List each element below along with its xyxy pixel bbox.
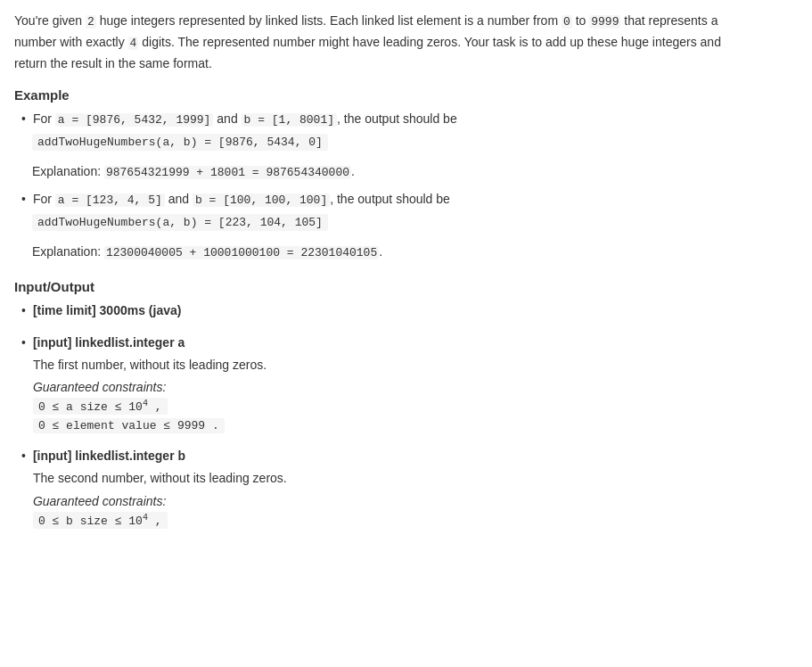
example-1-and: and	[213, 111, 241, 126]
example-2-suffix: , the output should be	[330, 192, 450, 206]
io-item-1: • [input] linkedlist.integer a The first…	[14, 335, 798, 437]
example-2-a: a = [123, 4, 5]	[55, 194, 165, 207]
example-1-suffix: , the output should be	[337, 111, 457, 126]
io-bullet-dot-0: •	[21, 303, 26, 323]
io-item-2: • [input] linkedlist.integer b The secon…	[14, 449, 798, 531]
io-item-1-desc: The first number, without its leading ze…	[33, 355, 798, 375]
explanation-expr-2: 12300040005 + 10001000100 = 22301040105	[104, 246, 379, 259]
example-1-b: b = [1, 8001]	[242, 113, 337, 127]
example-2-b: b = [100, 100, 100]	[193, 194, 330, 207]
io-item-1-constraint-1: 0 ≤ element value ≤ 9999 .	[33, 417, 798, 436]
bullet-dot-2: •	[21, 192, 26, 207]
example-1-explanation: Explanation: 987654321999 + 18001 = 9876…	[32, 161, 798, 183]
example-1-code: addTwoHugeNumbers(a, b) = [9876, 5434, 0…	[32, 134, 328, 151]
num-lists: 2	[86, 15, 96, 29]
io-item-2-title: [input] linkedlist.integer b	[33, 449, 798, 463]
example-2-and: and	[165, 192, 193, 206]
example-section: Example • For a = [9876, 5432, 1999] and…	[14, 87, 798, 263]
io-item-0: • [time limit] 3000ms (java)	[14, 303, 798, 323]
io-item-1-content: [input] linkedlist.integer a The first n…	[33, 335, 798, 437]
io-title: Input/Output	[14, 279, 798, 294]
io-item-2-constraints-label: Guaranteed constraints:	[33, 494, 798, 508]
explanation-label-2: Explanation:	[32, 244, 101, 259]
example-1-for: For	[33, 111, 55, 126]
io-item-2-desc: The second number, without its leading z…	[33, 468, 798, 488]
range-start: 0	[562, 15, 572, 29]
explanation-expr-1: 987654321999 + 18001 = 987654340000	[104, 166, 351, 179]
io-item-1-constraint-0: 0 ≤ a size ≤ 104 ,	[33, 398, 798, 417]
io-section: Input/Output • [time limit] 3000ms (java…	[14, 279, 798, 531]
example-2-code: addTwoHugeNumbers(a, b) = [223, 104, 105…	[32, 214, 328, 231]
io-item-2-content: [input] linkedlist.integer b The second …	[33, 449, 798, 531]
io-item-1-constraints-label: Guaranteed constraints:	[33, 380, 798, 394]
io-item-2-constraint-0: 0 ≤ b size ≤ 104 ,	[33, 512, 798, 531]
example-1-content: For a = [9876, 5432, 1999] and b = [1, 8…	[33, 111, 798, 127]
example-1: • For a = [9876, 5432, 1999] and b = [1,…	[14, 111, 798, 183]
bullet-dot-1: •	[21, 111, 26, 127]
example-1-a: a = [9876, 5432, 1999]	[55, 113, 214, 127]
example-2-for: For	[33, 192, 55, 206]
io-item-1-title: [input] linkedlist.integer a	[33, 335, 798, 350]
explanation-label-1: Explanation:	[32, 164, 101, 178]
io-bullet-dot-1: •	[21, 335, 26, 437]
explanation-dot-2: .	[379, 244, 382, 259]
io-item-0-title: [time limit] 3000ms (java)	[33, 303, 798, 317]
range-end: 9999	[589, 15, 620, 29]
example-title: Example	[14, 87, 798, 103]
io-item-0-content: [time limit] 3000ms (java)	[33, 303, 798, 323]
example-2-explanation: Explanation: 12300040005 + 10001000100 =…	[32, 242, 798, 263]
example-2-content: For a = [123, 4, 5] and b = [100, 100, 1…	[33, 192, 798, 207]
intro-paragraph: You're given 2 huge integers represented…	[14, 11, 798, 73]
num-digits: 4	[128, 37, 139, 50]
explanation-dot-1: .	[351, 164, 355, 178]
example-2: • For a = [123, 4, 5] and b = [100, 100,…	[14, 192, 798, 263]
io-bullet-dot-2: •	[21, 449, 26, 531]
